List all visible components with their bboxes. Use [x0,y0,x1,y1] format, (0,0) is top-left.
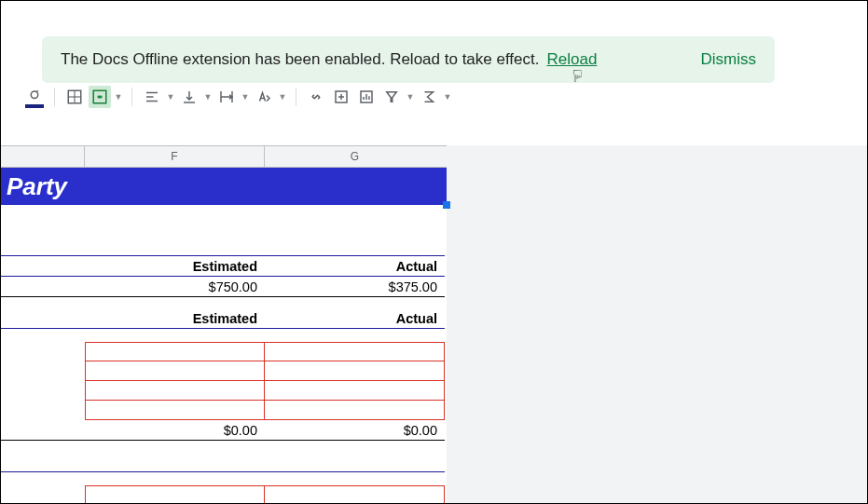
rotation-dropdown-icon[interactable]: ▼ [278,92,287,102]
text-color-button[interactable] [23,86,46,108]
reload-link[interactable]: Reload [547,50,598,69]
cell[interactable] [1,452,85,472]
cell-estimated-value[interactable]: $750.00 [85,277,265,297]
cell[interactable] [1,420,85,441]
cell[interactable] [265,452,445,472]
sheet-background [447,145,867,503]
filter-dropdown-icon[interactable]: ▼ [406,92,415,102]
cell-actual-header[interactable]: Actual [265,308,445,329]
title-cell[interactable]: Party [1,168,447,205]
insert-chart-button[interactable] [355,86,378,108]
spreadsheet[interactable]: F G Party Estimated Actual $750.00 $375.… [1,145,447,504]
insert-link-button[interactable] [305,86,327,108]
cell[interactable] [1,342,85,361]
cell[interactable] [265,381,445,401]
cell-estimated-total[interactable]: $0.00 [85,420,265,441]
offline-extension-toast: The Docs Offline extension has been enab… [42,36,775,83]
wrap-dropdown-icon[interactable]: ▼ [241,92,250,102]
vertical-align-button[interactable] [178,86,200,108]
selection-handle[interactable] [443,201,450,209]
column-header-g[interactable]: G [265,146,445,167]
cell[interactable] [1,308,85,329]
borders-button[interactable] [63,86,86,108]
cell[interactable] [85,361,265,381]
insert-comment-button[interactable] [330,86,352,108]
filter-button[interactable] [380,86,403,108]
dismiss-button[interactable]: Dismiss [701,50,757,69]
cell[interactable] [1,361,85,381]
cell[interactable] [265,485,445,504]
valign-dropdown-icon[interactable]: ▼ [203,92,213,102]
cell-estimated-header[interactable]: Estimated [85,308,265,329]
cell[interactable] [265,361,445,381]
cell[interactable] [1,381,85,401]
cell[interactable] [85,381,265,401]
toolbar-separator [296,88,296,106]
cell[interactable] [265,401,445,420]
toolbar-separator [54,88,55,106]
functions-dropdown-icon[interactable]: ▼ [443,92,452,102]
cell[interactable] [85,452,265,472]
cell-estimated-header[interactable]: Estimated [85,256,265,277]
toast-message: The Docs Offline extension has been enab… [61,50,540,69]
cell[interactable] [85,485,265,504]
merge-dropdown-icon[interactable]: ▼ [114,92,123,102]
merge-cells-button[interactable] [89,86,111,108]
toolbar-separator [131,88,132,106]
cell[interactable] [1,277,85,297]
cell[interactable] [265,342,445,361]
column-header-f[interactable]: F [85,146,265,167]
cell[interactable] [85,401,265,420]
cell-actual-value[interactable]: $375.00 [265,277,445,297]
functions-button[interactable] [418,86,440,108]
column-headers: F G [1,145,447,168]
toolbar: ▼ ▼ ▼ ▼ ▼ ▼ ▼ [23,83,452,111]
halign-dropdown-icon[interactable]: ▼ [166,92,175,102]
cell[interactable] [1,485,85,504]
column-header[interactable] [1,146,85,167]
text-rotation-button[interactable] [253,86,275,108]
cell[interactable] [85,342,265,361]
horizontal-align-button[interactable] [141,86,163,108]
cell[interactable] [1,256,85,277]
cell-actual-header[interactable]: Actual [265,256,445,277]
cell-actual-total[interactable]: $0.00 [265,420,445,441]
text-wrap-button[interactable] [215,86,238,108]
cell[interactable] [1,401,85,420]
title-text: Party [7,172,67,201]
